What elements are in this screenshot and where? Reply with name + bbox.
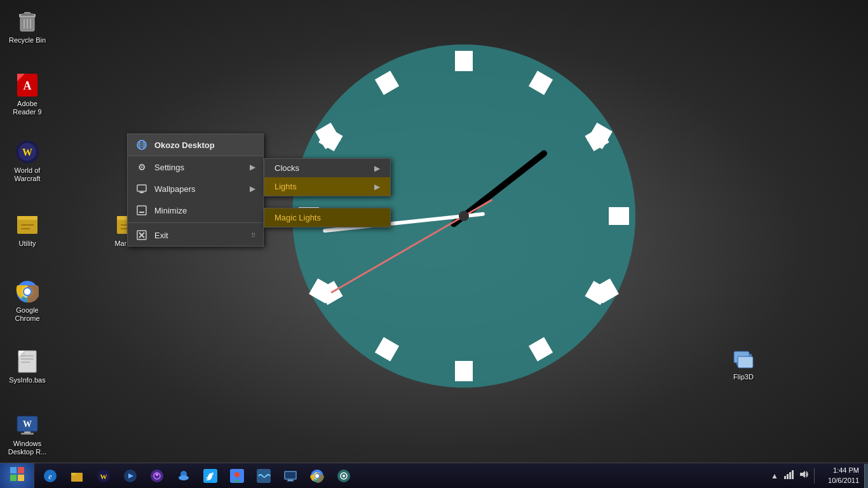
lights-submenu: Magic Lights: [264, 208, 391, 227]
clock-date: 10/6/2011: [828, 476, 859, 485]
taskbar-pinball-icon[interactable]: [144, 463, 170, 489]
svg-rect-67: [738, 356, 753, 368]
main-menu-panel: Okozo Desktop ⚙ Settings ▶ Wallpapers ▶: [127, 133, 264, 247]
taskbar-rdp-icon[interactable]: [277, 463, 304, 489]
svg-text:A: A: [24, 79, 32, 92]
taskbar-explorer-icon[interactable]: [64, 463, 90, 489]
menu-item-okozo-desktop[interactable]: Okozo Desktop: [128, 134, 263, 156]
submenu-item-magic-lights[interactable]: Magic Lights: [264, 208, 390, 227]
taskbar-google-maps-icon[interactable]: [224, 463, 250, 489]
svg-rect-16: [609, 207, 627, 225]
taskbar-okozo-icon[interactable]: [330, 463, 357, 489]
desktop-icon-adobe[interactable]: A Adobe Reader 9: [5, 70, 50, 119]
svg-point-97: [179, 475, 189, 480]
tray-volume-icon[interactable]: [797, 468, 810, 484]
desktop-icon-recycle-bin[interactable]: Recycle Bin: [5, 6, 50, 47]
okozo-globe-icon: [135, 139, 148, 151]
submenu-arrow-lights: ▶: [374, 182, 380, 191]
taskbar: e W: [0, 463, 868, 488]
svg-marker-118: [800, 471, 805, 478]
svg-rect-84: [18, 475, 24, 481]
settings-gear-icon: ⚙: [135, 161, 148, 173]
svg-text:e: e: [48, 472, 52, 481]
svg-point-100: [234, 472, 240, 477]
tray-show-hidden-icon[interactable]: ▲: [770, 470, 780, 482]
taskbar-weather-icon[interactable]: [170, 463, 197, 489]
submenu-arrow-wallpapers: ▶: [250, 184, 255, 193]
svg-text:W: W: [100, 473, 107, 480]
taskbar-wavy-icon[interactable]: [250, 463, 277, 489]
menu-item-settings[interactable]: ⚙ Settings ▶: [128, 156, 263, 178]
submenu-item-lights[interactable]: Lights ▶: [264, 177, 390, 196]
sysinfo-label: SysInfo.bas: [9, 376, 45, 384]
menu-item-wallpapers[interactable]: Wallpapers ▶: [128, 178, 263, 200]
svg-marker-35: [20, 13, 34, 16]
svg-rect-64: [24, 431, 31, 433]
desktop-icon-flip3d[interactable]: Flip3D: [721, 343, 766, 384]
svg-text:W: W: [22, 147, 32, 158]
svg-rect-43: [17, 216, 37, 220]
minimize-icon: [135, 204, 148, 217]
tray-divider: [814, 468, 815, 484]
taskbar-icons: e W: [34, 463, 766, 489]
desktop-icon-windows-desktop[interactable]: W Windows Desktop R...: [5, 410, 50, 459]
windesk-label: Windows Desktop R...: [8, 440, 47, 456]
svg-point-95: [156, 473, 158, 476]
settings-submenu: Clocks ▶ Lights ▶: [264, 158, 391, 196]
svg-rect-13: [455, 53, 473, 71]
wow-label: World of Warcraft: [8, 166, 47, 183]
svg-rect-114: [784, 476, 786, 479]
svg-rect-81: [10, 467, 17, 473]
svg-rect-116: [789, 472, 791, 479]
svg-rect-117: [792, 470, 794, 479]
svg-rect-106: [285, 472, 295, 478]
context-menu: Okozo Desktop ⚙ Settings ▶ Wallpapers ▶: [127, 133, 264, 247]
desktop-icon-wow[interactable]: W World of Warcraft: [5, 137, 50, 186]
desktop-icon-sysinfo[interactable]: SysInfo.bas: [5, 346, 50, 387]
svg-point-53: [24, 288, 31, 295]
svg-rect-76: [137, 206, 146, 215]
taskbar-chrome-icon[interactable]: [304, 463, 330, 489]
start-button[interactable]: [0, 463, 34, 489]
desktop-icon-utility[interactable]: Utility: [5, 210, 50, 250]
taskbar-wow-icon[interactable]: W: [90, 463, 117, 489]
chrome-label: Google Chrome: [8, 306, 47, 323]
flip3d-label: Flip3D: [733, 373, 754, 381]
taskbar-twitter-icon[interactable]: [197, 463, 224, 489]
taskbar-clock[interactable]: 1:44 PM 10/6/2011: [820, 466, 864, 485]
svg-rect-83: [10, 475, 17, 481]
svg-point-28: [459, 211, 469, 221]
svg-rect-73: [137, 185, 146, 191]
desktop-icon-chrome[interactable]: Google Chrome: [5, 276, 50, 325]
submenu-arrow-settings: ▶: [250, 163, 255, 172]
menu-item-minimize[interactable]: Minimize: [128, 200, 263, 221]
system-tray: ▲: [766, 468, 820, 484]
submenu-item-clocks[interactable]: Clocks ▶: [264, 159, 390, 177]
menu-separator: [128, 222, 263, 223]
show-desktop-button[interactable]: [864, 464, 868, 488]
taskbar-ie-icon[interactable]: e: [37, 463, 64, 489]
taskbar-media-player-icon[interactable]: [117, 463, 144, 489]
svg-point-101: [233, 480, 241, 482]
submenu-arrow-clocks: ▶: [374, 164, 380, 173]
svg-rect-82: [18, 467, 24, 473]
svg-point-113: [342, 475, 345, 477]
adobe-label: Adobe Reader 9: [8, 100, 47, 116]
menu-item-exit[interactable]: Exit ⠿: [128, 224, 263, 246]
svg-point-110: [315, 474, 319, 478]
exit-hint: ⠿: [251, 232, 255, 239]
svg-text:W: W: [23, 419, 32, 429]
exit-icon: [135, 229, 148, 241]
svg-rect-115: [787, 474, 789, 479]
svg-rect-88: [71, 473, 76, 475]
windows-logo-icon: [10, 466, 25, 485]
clock-time: 1:44 PM: [833, 466, 859, 475]
utility-label: Utility: [19, 240, 36, 248]
wallpapers-monitor-icon: [135, 182, 148, 195]
tray-network-icon[interactable]: [782, 468, 795, 484]
svg-rect-19: [455, 361, 473, 379]
recycle-bin-label: Recycle Bin: [9, 36, 46, 44]
desktop: Recycle Bin A Adobe Reader 9 W World of …: [0, 0, 868, 463]
